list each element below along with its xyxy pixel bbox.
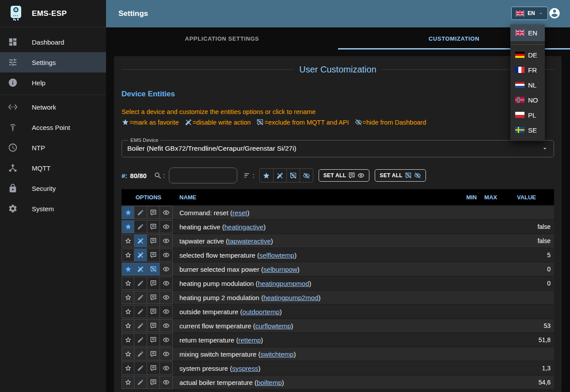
entity-name[interactable]: mixing switch temperature (switchtemp) [175, 350, 458, 358]
filter-toggle-favorite[interactable] [260, 169, 273, 182]
entity-name[interactable]: return temperature (rettemp) [175, 336, 458, 344]
exclude-mqtt-toggle[interactable] [147, 220, 160, 233]
search-input[interactable] [169, 167, 237, 183]
entity-name[interactable]: current flow temperature (curflowtemp) [175, 322, 458, 330]
exclude-mqtt-toggle[interactable] [147, 248, 160, 262]
sidebar-item-access-point[interactable]: Access Point [0, 117, 106, 137]
filter-toggle-exclude-mqtt[interactable] [286, 169, 300, 182]
hide-dashboard-toggle[interactable] [160, 248, 173, 262]
exclude-mqtt-toggle[interactable] [147, 305, 160, 318]
entity-shortname-link[interactable]: selburnpow [263, 266, 297, 273]
sidebar-item-network[interactable]: Network [0, 97, 106, 117]
entity-shortname-link[interactable]: boiltemp [257, 379, 282, 386]
entity-name[interactable]: tapwater active (tapwateractive) [175, 237, 458, 245]
hide-dashboard-toggle[interactable] [160, 319, 173, 332]
entity-shortname-link[interactable]: selflowtemp [259, 251, 294, 259]
entity-shortname-link[interactable]: heatingpump2mod [263, 294, 318, 301]
sidebar-item-ntp[interactable]: NTP [0, 137, 106, 158]
sidebar-item-settings[interactable]: Settings [0, 52, 106, 72]
hide-dashboard-toggle[interactable] [160, 376, 173, 389]
sidebar-item-security[interactable]: Security [0, 178, 106, 198]
hide-dashboard-toggle[interactable] [160, 206, 173, 219]
hide-dashboard-toggle[interactable] [160, 347, 173, 361]
disable-write-toggle[interactable] [134, 376, 147, 389]
disable-write-toggle[interactable] [134, 234, 147, 247]
entity-name[interactable]: heating pump modulation (heatingpumpmod) [175, 280, 458, 287]
exclude-mqtt-toggle[interactable] [147, 362, 160, 375]
favorite-toggle[interactable] [122, 206, 134, 219]
entity-shortname-link[interactable]: outdoortemp [243, 308, 280, 316]
disable-write-toggle[interactable] [134, 362, 147, 375]
entity-name[interactable]: Command: reset (reset) [175, 209, 458, 217]
exclude-mqtt-toggle[interactable] [147, 291, 160, 304]
hide-dashboard-toggle[interactable] [160, 305, 173, 318]
entity-shortname-link[interactable]: tapwateractive [228, 237, 271, 245]
hide-dashboard-toggle[interactable] [160, 291, 173, 304]
entity-shortname-link[interactable]: reset [232, 209, 247, 217]
sidebar-item-system[interactable]: System [0, 198, 106, 219]
language-selector-button[interactable]: EN [511, 7, 548, 20]
hide-dashboard-toggle[interactable] [160, 277, 173, 290]
favorite-toggle[interactable] [122, 220, 134, 233]
favorite-toggle[interactable] [122, 248, 134, 262]
tab-application-settings[interactable]: APPLICATION SETTINGS [106, 27, 338, 49]
entity-shortname-link[interactable]: heatingactive [224, 223, 263, 231]
favorite-toggle[interactable] [122, 291, 134, 304]
entity-name[interactable]: actual boiler temperature (boiltemp) [175, 379, 458, 386]
favorite-toggle[interactable] [122, 376, 134, 389]
exclude-mqtt-toggle[interactable] [147, 376, 160, 389]
exclude-mqtt-toggle[interactable] [147, 277, 160, 290]
disable-write-toggle[interactable] [134, 248, 147, 262]
disable-write-toggle[interactable] [134, 291, 147, 304]
favorite-toggle[interactable] [122, 319, 134, 332]
exclude-mqtt-toggle[interactable] [147, 347, 160, 361]
entity-name[interactable]: outside temperature (outdoortemp) [175, 308, 458, 316]
disable-write-toggle[interactable] [134, 347, 147, 361]
hide-dashboard-toggle[interactable] [160, 234, 173, 247]
language-option-pl[interactable]: PL [510, 107, 545, 122]
language-option-en[interactable]: EN [510, 24, 545, 41]
disable-write-toggle[interactable] [134, 220, 147, 233]
set-all-show-button[interactable]: SET ALL [319, 169, 370, 182]
favorite-toggle[interactable] [122, 347, 134, 361]
entity-shortname-link[interactable]: heatingpumpmod [258, 280, 309, 287]
exclude-mqtt-toggle[interactable] [147, 234, 160, 247]
favorite-toggle[interactable] [122, 234, 134, 247]
disable-write-toggle[interactable] [134, 277, 147, 290]
exclude-mqtt-toggle[interactable] [147, 319, 160, 332]
entity-name[interactable]: system pressure (syspress) [175, 365, 458, 372]
entity-name[interactable]: heating pump 2 modulation (heatingpump2m… [175, 294, 458, 301]
favorite-toggle[interactable] [122, 305, 134, 318]
entity-name[interactable]: selected flow temperature (selflowtemp) [175, 251, 458, 259]
hide-dashboard-toggle[interactable] [160, 333, 173, 346]
disable-write-toggle[interactable] [134, 206, 147, 219]
filter-toggle-disable-write[interactable] [273, 169, 286, 182]
language-option-de[interactable]: DE [510, 47, 545, 62]
favorite-toggle[interactable] [122, 277, 134, 290]
favorite-toggle[interactable] [122, 362, 134, 375]
hide-dashboard-toggle[interactable] [160, 220, 173, 233]
entity-shortname-link[interactable]: rettemp [238, 336, 261, 344]
set-all-hide-button[interactable]: SET ALL [375, 169, 426, 182]
user-avatar-button[interactable] [548, 7, 561, 19]
exclude-mqtt-toggle[interactable] [147, 333, 160, 346]
language-option-nl[interactable]: NL [510, 77, 545, 92]
entity-shortname-link[interactable]: switchtemp [260, 350, 293, 358]
language-option-no[interactable]: NO [510, 92, 545, 107]
disable-write-toggle[interactable] [134, 263, 147, 276]
entity-shortname-link[interactable]: curflowtemp [255, 322, 291, 330]
exclude-mqtt-toggle[interactable] [147, 263, 160, 276]
language-option-fr[interactable]: FR [510, 62, 545, 77]
disable-write-toggle[interactable] [134, 305, 147, 318]
entity-name[interactable]: heating active (heatingactive) [175, 223, 458, 231]
sidebar-item-help[interactable]: Help [0, 72, 106, 93]
disable-write-toggle[interactable] [134, 319, 147, 332]
hide-dashboard-toggle[interactable] [160, 263, 173, 276]
device-select[interactable]: EMS Device Boiler (Nefit GBx72/Trendline… [122, 137, 554, 157]
sidebar-item-mqtt[interactable]: MQTT [0, 158, 106, 178]
sidebar-item-dashboard[interactable]: Dashboard [0, 32, 106, 52]
entity-shortname-link[interactable]: syspress [232, 365, 258, 372]
exclude-mqtt-toggle[interactable] [147, 206, 160, 219]
language-option-se[interactable]: SE [510, 122, 545, 137]
favorite-toggle[interactable] [122, 263, 134, 276]
